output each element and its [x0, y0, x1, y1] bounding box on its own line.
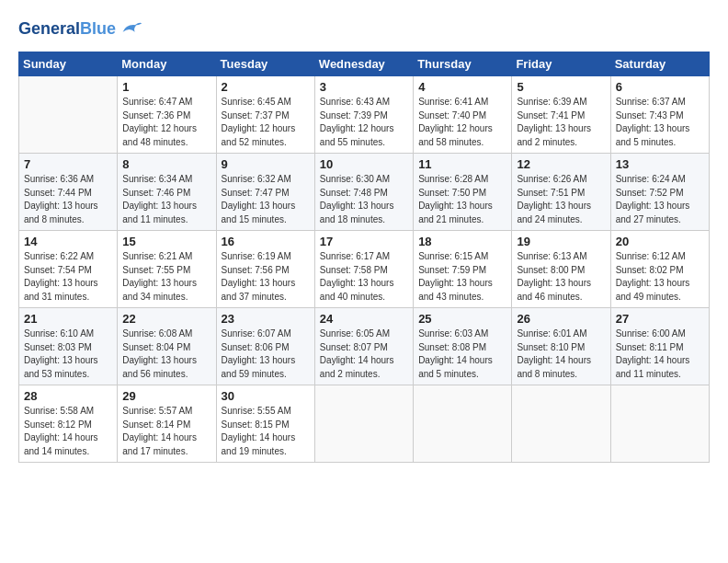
day-info: Sunrise: 5:55 AM Sunset: 8:15 PM Dayligh… [222, 405, 310, 458]
day-number: 28 [24, 389, 112, 403]
calendar-cell: 21Sunrise: 6:10 AM Sunset: 8:03 PM Dayli… [19, 308, 118, 385]
day-number: 6 [616, 80, 704, 94]
day-info: Sunrise: 6:22 AM Sunset: 7:54 PM Dayligh… [24, 250, 112, 304]
day-info: Sunrise: 6:28 AM Sunset: 7:50 PM Dayligh… [418, 173, 506, 226]
week-row-1: 1Sunrise: 6:47 AM Sunset: 7:36 PM Daylig… [19, 76, 710, 154]
day-info: Sunrise: 6:10 AM Sunset: 8:03 PM Dayligh… [24, 327, 112, 381]
day-info: Sunrise: 6:05 AM Sunset: 8:07 PM Dayligh… [320, 327, 408, 381]
day-number: 2 [222, 80, 310, 94]
calendar-cell: 4Sunrise: 6:41 AM Sunset: 7:40 PM Daylig… [414, 76, 512, 154]
calendar-cell: 19Sunrise: 6:13 AM Sunset: 8:00 PM Dayli… [512, 231, 610, 308]
day-number: 7 [24, 157, 112, 171]
weekday-header-row: SundayMondayTuesdayWednesdayThursdayFrid… [19, 52, 710, 76]
calendar-cell: 28Sunrise: 5:58 AM Sunset: 8:12 PM Dayli… [19, 385, 118, 463]
day-info: Sunrise: 6:08 AM Sunset: 8:04 PM Dayligh… [122, 327, 210, 381]
day-number: 27 [616, 312, 704, 326]
calendar-cell: 1Sunrise: 6:47 AM Sunset: 7:36 PM Daylig… [118, 76, 216, 154]
day-info: Sunrise: 6:24 AM Sunset: 7:52 PM Dayligh… [616, 173, 704, 226]
calendar-cell: 26Sunrise: 6:01 AM Sunset: 8:10 PM Dayli… [512, 308, 610, 385]
weekday-header-friday: Friday [512, 52, 610, 76]
weekday-header-monday: Monday [118, 52, 216, 76]
day-info: Sunrise: 5:57 AM Sunset: 8:14 PM Dayligh… [122, 405, 210, 458]
calendar-cell: 22Sunrise: 6:08 AM Sunset: 8:04 PM Dayli… [118, 308, 216, 385]
logo-bird-icon [118, 17, 143, 42]
calendar-cell: 5Sunrise: 6:39 AM Sunset: 7:41 PM Daylig… [512, 76, 610, 154]
calendar-cell: 23Sunrise: 6:07 AM Sunset: 8:06 PM Dayli… [216, 308, 314, 385]
calendar-cell: 15Sunrise: 6:21 AM Sunset: 7:55 PM Dayli… [118, 231, 216, 308]
calendar-cell: 7Sunrise: 6:36 AM Sunset: 7:44 PM Daylig… [19, 154, 118, 231]
day-info: Sunrise: 6:00 AM Sunset: 8:11 PM Dayligh… [616, 327, 704, 381]
day-info: Sunrise: 6:07 AM Sunset: 8:06 PM Dayligh… [222, 327, 310, 381]
day-number: 12 [517, 157, 605, 171]
day-number: 18 [418, 235, 506, 248]
day-info: Sunrise: 6:03 AM Sunset: 8:08 PM Dayligh… [418, 327, 506, 381]
calendar-cell [314, 385, 413, 463]
calendar-cell: 20Sunrise: 6:12 AM Sunset: 8:02 PM Dayli… [610, 231, 709, 308]
day-number: 20 [616, 235, 704, 248]
calendar-cell [610, 385, 709, 463]
day-number: 15 [122, 235, 210, 248]
calendar-cell: 12Sunrise: 6:26 AM Sunset: 7:51 PM Dayli… [512, 154, 610, 231]
day-number: 5 [517, 80, 605, 94]
day-number: 22 [122, 312, 210, 326]
calendar-table: SundayMondayTuesdayWednesdayThursdayFrid… [18, 52, 710, 463]
day-number: 25 [418, 312, 506, 326]
weekday-header-saturday: Saturday [610, 52, 709, 76]
calendar-cell: 25Sunrise: 6:03 AM Sunset: 8:08 PM Dayli… [414, 308, 512, 385]
weekday-header-wednesday: Wednesday [314, 52, 413, 76]
day-info: Sunrise: 6:37 AM Sunset: 7:43 PM Dayligh… [616, 96, 704, 149]
day-number: 21 [24, 312, 112, 326]
day-info: Sunrise: 6:30 AM Sunset: 7:48 PM Dayligh… [320, 173, 408, 226]
day-number: 3 [320, 80, 408, 94]
week-row-3: 14Sunrise: 6:22 AM Sunset: 7:54 PM Dayli… [19, 231, 710, 308]
day-info: Sunrise: 6:26 AM Sunset: 7:51 PM Dayligh… [517, 173, 605, 226]
calendar-cell: 3Sunrise: 6:43 AM Sunset: 7:39 PM Daylig… [314, 76, 413, 154]
day-info: Sunrise: 6:39 AM Sunset: 7:41 PM Dayligh… [517, 96, 605, 149]
calendar-cell: 29Sunrise: 5:57 AM Sunset: 8:14 PM Dayli… [118, 385, 216, 463]
week-row-4: 21Sunrise: 6:10 AM Sunset: 8:03 PM Dayli… [19, 308, 710, 385]
calendar-cell [19, 76, 118, 154]
day-info: Sunrise: 6:19 AM Sunset: 7:56 PM Dayligh… [222, 250, 310, 304]
day-number: 9 [222, 157, 310, 171]
calendar-cell: 18Sunrise: 6:15 AM Sunset: 7:59 PM Dayli… [414, 231, 512, 308]
logo-text: GeneralBlue [18, 20, 116, 39]
logo: GeneralBlue [18, 17, 143, 42]
day-number: 16 [222, 235, 310, 248]
day-info: Sunrise: 6:17 AM Sunset: 7:58 PM Dayligh… [320, 250, 408, 304]
week-row-2: 7Sunrise: 6:36 AM Sunset: 7:44 PM Daylig… [19, 154, 710, 231]
day-number: 23 [222, 312, 310, 326]
day-info: Sunrise: 6:21 AM Sunset: 7:55 PM Dayligh… [122, 250, 210, 304]
day-number: 29 [122, 389, 210, 403]
calendar-cell: 8Sunrise: 6:34 AM Sunset: 7:46 PM Daylig… [118, 154, 216, 231]
day-number: 11 [418, 157, 506, 171]
calendar-cell [414, 385, 512, 463]
day-number: 8 [122, 157, 210, 171]
day-info: Sunrise: 6:45 AM Sunset: 7:37 PM Dayligh… [222, 96, 310, 149]
calendar-cell: 13Sunrise: 6:24 AM Sunset: 7:52 PM Dayli… [610, 154, 709, 231]
weekday-header-tuesday: Tuesday [216, 52, 314, 76]
day-info: Sunrise: 6:32 AM Sunset: 7:47 PM Dayligh… [222, 173, 310, 226]
day-info: Sunrise: 6:41 AM Sunset: 7:40 PM Dayligh… [418, 96, 506, 149]
day-number: 30 [222, 389, 310, 403]
day-number: 13 [616, 157, 704, 171]
calendar-cell: 10Sunrise: 6:30 AM Sunset: 7:48 PM Dayli… [314, 154, 413, 231]
weekday-header-thursday: Thursday [414, 52, 512, 76]
day-info: Sunrise: 6:01 AM Sunset: 8:10 PM Dayligh… [517, 327, 605, 381]
day-info: Sunrise: 6:34 AM Sunset: 7:46 PM Dayligh… [122, 173, 210, 226]
day-info: Sunrise: 6:47 AM Sunset: 7:36 PM Dayligh… [122, 96, 210, 149]
header: GeneralBlue [18, 17, 710, 42]
day-number: 10 [320, 157, 408, 171]
page: GeneralBlue SundayMondayTuesdayWednesday… [0, 0, 728, 474]
day-number: 24 [320, 312, 408, 326]
calendar-cell: 24Sunrise: 6:05 AM Sunset: 8:07 PM Dayli… [314, 308, 413, 385]
day-number: 19 [517, 235, 605, 248]
day-number: 26 [517, 312, 605, 326]
day-number: 1 [122, 80, 210, 94]
day-number: 4 [418, 80, 506, 94]
calendar-cell: 9Sunrise: 6:32 AM Sunset: 7:47 PM Daylig… [216, 154, 314, 231]
day-info: Sunrise: 6:13 AM Sunset: 8:00 PM Dayligh… [517, 250, 605, 304]
calendar-cell: 11Sunrise: 6:28 AM Sunset: 7:50 PM Dayli… [414, 154, 512, 231]
day-info: Sunrise: 6:12 AM Sunset: 8:02 PM Dayligh… [616, 250, 704, 304]
day-info: Sunrise: 6:36 AM Sunset: 7:44 PM Dayligh… [24, 173, 112, 226]
calendar-cell: 30Sunrise: 5:55 AM Sunset: 8:15 PM Dayli… [216, 385, 314, 463]
